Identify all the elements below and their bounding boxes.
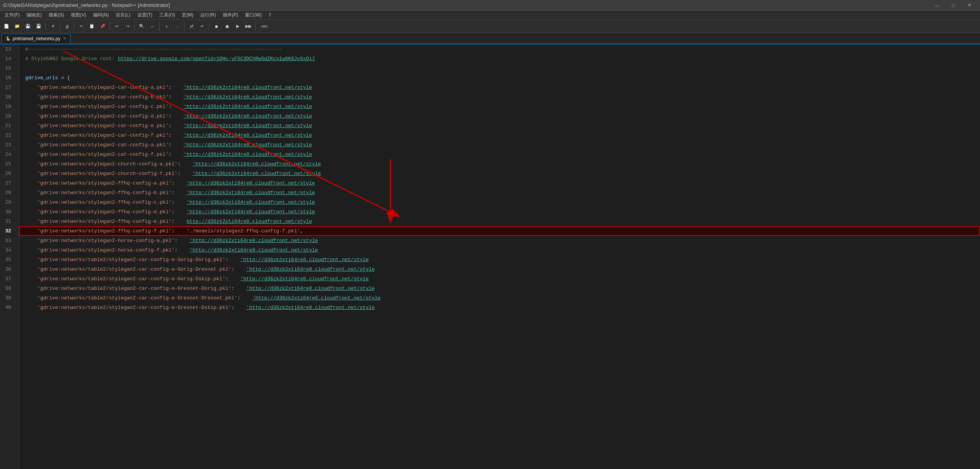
toolbar-save-all[interactable]: 💾 [34, 21, 44, 31]
toolbar-find[interactable]: 🔍 [137, 21, 147, 31]
menu-file[interactable]: 文件(F) [2, 11, 23, 20]
code-line-14: # StyleGAN2 Google Drive root: https://d… [19, 54, 980, 64]
toolbar-wrap[interactable]: ↵ [197, 21, 207, 31]
code-line-29: 'gdrive:networks/stylegan2-ffhq-config-c… [19, 198, 980, 207]
window-controls: — □ ✕ [929, 2, 977, 9]
menu-language[interactable]: 语言(L) [113, 11, 134, 20]
toolbar-sep-5 [134, 22, 135, 31]
code-line-28: 'gdrive:networks/stylegan2-ffhq-config-b… [19, 188, 980, 198]
tab-pretrained[interactable]: 🐍 pretrained_networks.py ✕ [2, 34, 70, 44]
code-line-20: 'gdrive:networks/stylegan2-car-config-d.… [19, 111, 980, 121]
tab-bar: 🐍 pretrained_networks.py ✕ [0, 33, 980, 44]
line-num-23: 23 [0, 140, 15, 150]
toolbar-print[interactable]: 🖨 [62, 21, 72, 31]
line-num-18: 18 [0, 92, 15, 102]
toolbar-sep-9 [255, 22, 256, 31]
tab-close-button[interactable]: ✕ [63, 36, 66, 41]
toolbar-sep-6 [159, 22, 160, 31]
code-line-19: 'gdrive:networks/stylegan2-car-config-c.… [19, 102, 980, 111]
menu-plugins[interactable]: 插件(P) [220, 11, 241, 20]
code-container: 13 14 15 16 17 18 19 20 21 22 23 24 25 2… [0, 44, 980, 469]
line-16-var: gdrive_urls [25, 73, 58, 83]
line-num-31: 31 [0, 217, 15, 226]
toolbar-close[interactable]: ✕ [48, 21, 58, 31]
toolbar-cut[interactable]: ✂ [76, 21, 86, 31]
close-button[interactable]: ✕ [962, 2, 977, 9]
title-text: G:\StyleGAN\stylegan2\pretrained_network… [3, 2, 170, 8]
toolbar-sep-3 [74, 22, 74, 31]
line-num-16: 16 [0, 73, 15, 83]
toolbar-sep-4 [109, 22, 110, 31]
line-num-13: 13 [0, 44, 15, 54]
toolbar-zoom-in[interactable]: + [162, 21, 172, 31]
line-num-29: 29 [0, 198, 15, 207]
toolbar-macro-run[interactable]: ▶▶ [243, 21, 253, 31]
line-14-text: # StyleGAN2 Google Drive root: [25, 54, 118, 64]
menu-tools[interactable]: 工具(O) [156, 11, 178, 20]
code-line-24: 'gdrive:networks/stylegan2-cat-config-f.… [19, 150, 980, 159]
menu-run[interactable]: 运行(R) [197, 11, 219, 20]
tab-icon: 🐍 [6, 36, 10, 41]
code-line-32: 'gdrive:networks/stylegan2-ffhq-config-f… [19, 226, 980, 236]
toolbar-sep-7 [184, 22, 185, 31]
toolbar: 📄 📁 💾 💾 ✕ 🖨 ✂ 📋 📌 ↩ ↪ 🔍 ↔ + - ⇄ ↵ ⏺ ⏹ ▶ … [0, 20, 980, 33]
code-line-38: 'gdrive:networks/table2/stylegan2-car-co… [19, 284, 980, 293]
line-14-link[interactable]: https://drive.google.com/open?id=1QHc-yF… [118, 54, 315, 64]
toolbar-paste[interactable]: 📌 [98, 21, 108, 31]
menu-window[interactable]: 窗口(W) [242, 11, 265, 20]
toolbar-copy[interactable]: 📋 [87, 21, 97, 31]
line-numbers: 13 14 15 16 17 18 19 20 21 22 23 24 25 2… [0, 44, 19, 469]
code-line-40: 'gdrive:networks/table2/stylegan2-car-co… [19, 303, 980, 312]
menu-search[interactable]: 搜索(S) [46, 11, 67, 20]
code-line-33: 'gdrive:networks/stylegan2-horse-config-… [19, 236, 980, 245]
line-num-33: 33 [0, 236, 15, 245]
line-num-34: 34 [0, 245, 15, 255]
menu-settings[interactable]: 设置(T) [134, 11, 155, 20]
toolbar-open[interactable]: 📁 [12, 21, 22, 31]
code-content[interactable]: #---------------------------------------… [19, 44, 980, 469]
menu-edit[interactable]: 编辑(E) [23, 11, 45, 20]
code-line-31: 'gdrive:networks/stylegan2-ffhq-config-e… [19, 217, 980, 226]
toolbar-macro-stop[interactable]: ⏹ [222, 21, 232, 31]
menu-view[interactable]: 视图(V) [68, 11, 89, 20]
toolbar-sep-8 [209, 22, 209, 31]
line-num-32: 32 [0, 226, 15, 236]
code-line-13: #---------------------------------------… [19, 44, 980, 54]
toolbar-macro-rec[interactable]: ⏺ [211, 21, 221, 31]
code-line-26: 'gdrive:networks/stylegan2-church-config… [19, 169, 980, 178]
menu-bar: 文件(F) 编辑(E) 搜索(S) 视图(V) 编码(N) 语言(L) 设置(T… [0, 11, 980, 20]
menu-help[interactable]: ? [265, 11, 274, 20]
line-num-20: 20 [0, 111, 15, 121]
toolbar-macro-play[interactable]: ▶ [233, 21, 243, 31]
line-num-36: 36 [0, 265, 15, 274]
toolbar-redo[interactable]: ↪ [122, 21, 132, 31]
code-line-36: 'gdrive:networks/table2/stylegan2-car-co… [19, 265, 980, 274]
code-line-30: 'gdrive:networks/stylegan2-ffhq-config-d… [19, 207, 980, 217]
toolbar-sep-2 [60, 22, 60, 31]
line-num-28: 28 [0, 188, 15, 198]
maximize-button[interactable]: □ [946, 2, 961, 9]
toolbar-abc[interactable]: ABC [258, 21, 271, 31]
line-num-17: 17 [0, 83, 15, 92]
toolbar-save[interactable]: 💾 [23, 21, 33, 31]
line-16-brace: { [67, 73, 70, 83]
toolbar-replace[interactable]: ↔ [147, 21, 157, 31]
code-line-25: 'gdrive:networks/stylegan2-church-config… [19, 159, 980, 169]
menu-macro[interactable]: 宏(M) [179, 11, 196, 20]
code-line-22: 'gdrive:networks/stylegan2-car-config-f.… [19, 131, 980, 140]
toolbar-new[interactable]: 📄 [2, 21, 11, 31]
line-16-eq: = [58, 73, 67, 83]
toolbar-undo[interactable]: ↩ [112, 21, 122, 31]
line-num-39: 39 [0, 293, 15, 303]
line-num-35: 35 [0, 255, 15, 265]
toolbar-sync-scroll[interactable]: ⇄ [186, 21, 196, 31]
menu-encode[interactable]: 编码(N) [90, 11, 112, 20]
minimize-button[interactable]: — [929, 2, 945, 9]
line-num-14: 14 [0, 54, 15, 64]
line-num-37: 37 [0, 274, 15, 284]
line-num-21: 21 [0, 121, 15, 131]
code-line-35: 'gdrive:networks/table2/stylegan2-car-co… [19, 255, 980, 265]
line-num-24: 24 [0, 150, 15, 159]
toolbar-zoom-out[interactable]: - [172, 21, 182, 31]
line-num-19: 19 [0, 102, 15, 111]
